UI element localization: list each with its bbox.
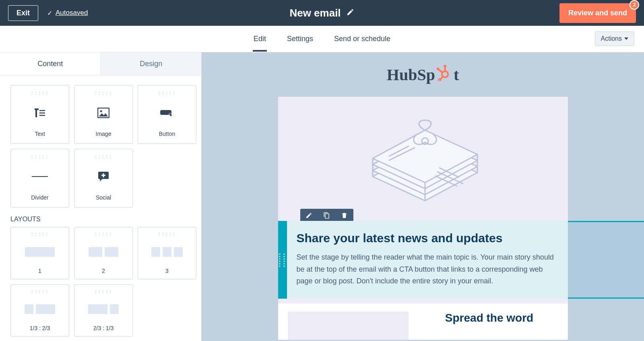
content-blocks-grid: • • • • •• • • • • Text • • • • •• • • •… <box>10 85 191 208</box>
text-icon <box>34 95 46 131</box>
drag-handle-icon: • • • • •• • • • • <box>95 155 112 159</box>
layout-label: 1 <box>38 268 41 279</box>
layout-label: 1/3 : 2/3 <box>30 325 50 336</box>
block-body: Set the stage by telling the reader what… <box>297 252 558 287</box>
exit-button[interactable]: Exit <box>8 5 38 21</box>
layout-preview <box>151 236 183 268</box>
block-label: Divider <box>31 194 49 207</box>
layouts-grid: • • • • •• • • • • 1 • • • • •• • • • • … <box>10 227 191 337</box>
divider-icon <box>32 159 48 194</box>
drag-handle-icon: • • • • •• • • • • <box>32 91 48 95</box>
svg-rect-1 <box>39 112 45 114</box>
layout-preview <box>89 236 118 268</box>
review-badge: 2 <box>630 0 639 10</box>
block-label: Button <box>159 131 175 143</box>
svg-point-4 <box>100 110 102 112</box>
drag-handle-icon: • • • • •• • • • • <box>95 289 112 293</box>
clone-block-button[interactable] <box>318 209 336 222</box>
email-body: • •• •• •• •• •• • Share your latest new… <box>278 97 568 340</box>
block-label: Image <box>96 131 111 143</box>
autosave-status[interactable]: ✓ Autosaved <box>47 9 88 17</box>
svg-rect-0 <box>39 110 45 111</box>
social-icon <box>97 159 109 194</box>
drag-handle-icon: • • • • •• • • • • <box>32 232 48 236</box>
selected-text-block[interactable]: • •• •• •• •• •• • Share your latest new… <box>278 221 568 299</box>
review-label: Review and send <box>568 9 627 17</box>
layout-1-3-2-3[interactable]: • • • • •• • • • • 1/3 : 2/3 <box>10 284 69 337</box>
email-canvas[interactable]: HubSp t <box>202 52 644 341</box>
svg-rect-2 <box>39 115 45 116</box>
layout-label: 2/3 : 1/3 <box>93 325 114 336</box>
text-block-content[interactable]: Share your latest news and updates Set t… <box>287 221 568 299</box>
layout-preview <box>88 293 119 325</box>
letters-illustration-icon <box>357 104 489 209</box>
svg-rect-7 <box>101 175 105 176</box>
top-bar: Exit ✓ Autosaved New email Review and se… <box>0 0 644 26</box>
layouts-heading: LAYOUTS <box>10 216 191 223</box>
drag-handle[interactable]: • •• •• •• •• •• • <box>278 221 287 299</box>
svg-line-11 <box>439 69 442 73</box>
title-area: New email <box>289 7 354 19</box>
sidebar: Content Design • • • • •• • • • • Text •… <box>0 52 202 341</box>
secondary-block[interactable]: Spread the word <box>278 304 568 340</box>
sidebar-panel: • • • • •• • • • • Text • • • • •• • • •… <box>0 75 201 341</box>
image-placeholder[interactable] <box>288 312 409 340</box>
block-label: Text <box>35 131 45 143</box>
actions-dropdown[interactable]: Actions <box>595 31 634 46</box>
autosave-label: Autosaved <box>56 9 88 17</box>
secondary-heading: Spread the word <box>421 312 558 340</box>
edit-block-button[interactable] <box>300 209 318 222</box>
block-divider[interactable]: • • • • •• • • • • Divider <box>10 149 69 208</box>
block-social[interactable]: • • • • •• • • • • Social <box>74 149 133 208</box>
actions-label: Actions <box>601 35 622 42</box>
layout-label: 3 <box>165 268 169 279</box>
drag-handle-icon: • • • • •• • • • • <box>95 232 112 236</box>
drag-handle-icon: • • • • •• • • • • <box>32 289 48 293</box>
drag-handle-icon: • • • • •• • • • • <box>159 91 175 95</box>
drag-handle-icon: • • • • •• • • • • <box>95 91 112 95</box>
layout-2-3-1-3[interactable]: • • • • •• • • • • 2/3 : 1/3 <box>74 284 133 337</box>
layout-preview <box>25 236 55 268</box>
main-tabs: Edit Settings Send or schedule <box>253 27 391 51</box>
tab-send-or-schedule[interactable]: Send or schedule <box>333 27 391 51</box>
editor-body: Content Design • • • • •• • • • • Text •… <box>0 52 644 341</box>
drag-handle-icon: • • • • •• • • • • <box>159 232 175 236</box>
delete-block-button[interactable] <box>336 209 353 222</box>
tab-settings[interactable]: Settings <box>286 27 314 51</box>
email-logo-row[interactable]: HubSp t <box>202 52 644 97</box>
layout-preview <box>25 293 55 325</box>
secondary-tab-row: Edit Settings Send or schedule Actions <box>0 26 644 52</box>
chevron-down-icon <box>624 37 628 40</box>
layout-2col[interactable]: • • • • •• • • • • 2 <box>74 227 133 279</box>
svg-point-14 <box>438 79 441 81</box>
block-heading: Share your latest news and updates <box>297 231 558 245</box>
drag-handle-icon: • • • • •• • • • • <box>32 155 48 159</box>
svg-point-10 <box>444 65 446 68</box>
image-icon <box>97 95 109 131</box>
layout-1col[interactable]: • • • • •• • • • • 1 <box>10 227 69 279</box>
sidebar-tab-content[interactable]: Content <box>0 52 101 75</box>
sidebar-tab-design[interactable]: Design <box>101 52 202 75</box>
hubspot-logo: HubSp t <box>387 64 459 85</box>
tab-edit[interactable]: Edit <box>253 27 267 51</box>
button-icon <box>160 95 174 131</box>
svg-point-12 <box>437 67 440 70</box>
check-icon: ✓ <box>47 9 52 17</box>
layout-label: 2 <box>102 268 105 279</box>
block-text[interactable]: • • • • •• • • • • Text <box>10 85 69 144</box>
block-image[interactable]: • • • • •• • • • • Image <box>74 85 133 144</box>
grip-icon: • •• •• •• •• •• • <box>279 253 286 267</box>
edit-title-icon[interactable] <box>347 8 355 18</box>
sprocket-icon <box>436 64 453 85</box>
sidebar-tabs: Content Design <box>0 52 201 75</box>
logo-text-b: t <box>454 65 459 84</box>
review-and-send-button[interactable]: Review and send 2 <box>559 3 636 23</box>
layout-3col[interactable]: • • • • •• • • • • 3 <box>138 227 196 279</box>
page-title: New email <box>289 7 341 19</box>
logo-text-a: HubSp <box>387 65 435 84</box>
block-label: Social <box>96 194 111 207</box>
block-toolbar <box>300 209 353 222</box>
block-button[interactable]: • • • • •• • • • • Button <box>138 85 196 144</box>
hero-image-block[interactable] <box>278 97 568 221</box>
